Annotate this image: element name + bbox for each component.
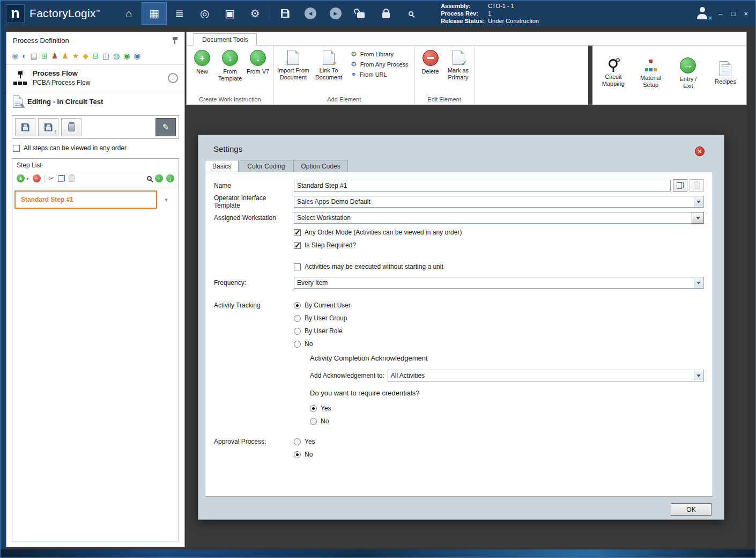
tab-color-coding[interactable]: Color Coding xyxy=(240,160,292,172)
chevron-down-icon[interactable] xyxy=(694,278,703,288)
copy-name-button[interactable] xyxy=(673,179,687,192)
activities-without-unit-checkbox[interactable] xyxy=(294,263,301,270)
user-icon[interactable]: ♟ xyxy=(62,52,69,60)
web-icon[interactable]: ◐ xyxy=(22,52,26,60)
from-library-button[interactable]: ⚙ From Library xyxy=(351,50,409,57)
radio-by-current-user[interactable]: By Current User xyxy=(294,302,351,309)
home-icon[interactable]: ⌂ xyxy=(116,2,142,25)
lock-icon[interactable] xyxy=(373,2,398,25)
frequency-select[interactable]: Every Item xyxy=(294,277,704,289)
step-expand-icon[interactable]: ▾ xyxy=(157,196,175,203)
titlebar: n FactoryLogix™ ⌂ ▦ ≣ ◎ ▣ ⚙ ◀ ▶ Assembly… xyxy=(1,1,755,26)
forward-icon[interactable]: ▶ xyxy=(323,2,348,25)
recipes-button[interactable]: Recipes xyxy=(711,60,739,85)
user-status-icon[interactable]: × xyxy=(696,7,709,20)
add-step-dropdown-icon[interactable]: ▾ xyxy=(26,176,29,181)
nav-back-icon[interactable]: ◉ xyxy=(12,52,18,60)
info-icon[interactable]: ◉ xyxy=(134,52,140,60)
circuit-mapping-button[interactable]: ⚙ Circuit Mapping xyxy=(599,57,627,87)
ack-select[interactable]: All Activities xyxy=(388,370,704,381)
save-step-button[interactable] xyxy=(15,118,35,136)
move-up-button[interactable]: ↑ xyxy=(155,174,163,182)
package-icon[interactable]: ◫ xyxy=(102,52,109,60)
unlock-icon[interactable] xyxy=(348,2,373,25)
link-to-document-button[interactable]: ⚭ Link To Document xyxy=(311,48,346,81)
from-template-button[interactable]: ↓ From Template xyxy=(216,48,244,82)
move-down-button[interactable]: ↓ xyxy=(166,174,174,182)
cut-icon[interactable]: ✂ xyxy=(49,174,55,182)
delete-button[interactable]: Delete xyxy=(417,48,444,75)
gear-icon[interactable]: ⚙ xyxy=(242,2,268,25)
radio-approval-no[interactable]: No xyxy=(294,451,315,458)
compass-icon[interactable]: ◎ xyxy=(192,2,217,25)
mark-as-primary-button[interactable]: ✓ Mark as Primary xyxy=(444,48,472,81)
back-icon[interactable]: ◀ xyxy=(298,2,323,25)
tab-option-codes[interactable]: Option Codes xyxy=(293,160,347,172)
import-from-document-button[interactable]: ⇩ Import From Document xyxy=(276,48,311,81)
radio-icon[interactable] xyxy=(294,302,301,309)
from-v7-button[interactable]: ↓ From V7 xyxy=(244,48,272,75)
radio-icon[interactable] xyxy=(294,438,301,445)
assigned-workstation-select[interactable]: Select Workstation xyxy=(294,212,704,224)
material-setup-button[interactable]: Material Setup xyxy=(637,57,665,89)
pin-icon[interactable] xyxy=(172,36,178,45)
radio-icon[interactable] xyxy=(294,451,301,458)
export-icon[interactable]: ⊟ xyxy=(92,52,99,60)
sync-icon[interactable]: ◍ xyxy=(113,52,120,60)
any-order-mode-label: Any Order Mode (Activities can be viewed… xyxy=(305,229,462,236)
close-button[interactable]: × xyxy=(744,10,748,18)
any-order-mode-checkbox[interactable] xyxy=(294,229,301,236)
documents-icon[interactable]: ▣ xyxy=(217,2,242,25)
from-url-button[interactable]: ⚭ From URL xyxy=(351,71,409,78)
audit-search-icon[interactable] xyxy=(398,2,424,25)
tab-basics[interactable]: Basics xyxy=(205,160,239,172)
chevron-down-icon[interactable] xyxy=(692,212,704,224)
radio-icon[interactable] xyxy=(294,315,301,322)
plugin-icon[interactable]: ⊞ xyxy=(41,52,48,60)
tab-document-tools[interactable]: Document Tools xyxy=(194,33,257,46)
group-label: Edit Element xyxy=(417,96,472,105)
new-button[interactable]: + New xyxy=(188,48,216,75)
add-step-button[interactable]: + xyxy=(17,174,25,182)
minimize-button[interactable]: – xyxy=(718,10,722,18)
step-item-standard-step-1[interactable]: Standard Step #1 xyxy=(14,190,157,209)
print-icon[interactable]: ▤ xyxy=(31,52,38,60)
import-step-button[interactable]: ↑ xyxy=(38,118,58,136)
edit-mode-button[interactable]: ✎ xyxy=(155,118,176,136)
chevron-down-icon[interactable] xyxy=(694,371,703,380)
remove-step-button[interactable]: − xyxy=(33,174,41,182)
radio-icon[interactable] xyxy=(310,418,317,425)
name-input[interactable] xyxy=(294,180,671,192)
radio-approval-yes[interactable]: Yes xyxy=(294,438,315,445)
save-icon[interactable] xyxy=(272,2,298,25)
database-button[interactable] xyxy=(61,118,81,136)
star-icon[interactable]: ★ xyxy=(72,52,79,60)
burst-icon[interactable]: ◆ xyxy=(83,52,88,60)
radio-credentials-no[interactable]: No xyxy=(214,417,704,425)
process-flow-row[interactable]: Process Flow PCBA Process Flow ↓ xyxy=(6,66,184,91)
from-any-process-button[interactable]: ⚙ From Any Process xyxy=(351,61,409,68)
radio-by-user-group[interactable]: By User Group xyxy=(294,314,351,322)
radio-icon[interactable] xyxy=(294,328,301,335)
maximize-button[interactable]: □ xyxy=(731,10,736,18)
copy-icon[interactable] xyxy=(58,175,65,182)
process-routing-icon[interactable]: ≣ xyxy=(167,2,192,25)
operator-interface-template-select[interactable]: Sales Apps Demo Default xyxy=(294,196,704,208)
play-icon[interactable]: ◉ xyxy=(123,52,130,60)
dialog-close-button[interactable]: × xyxy=(695,146,705,156)
radio-credentials-yes[interactable]: Yes xyxy=(214,405,704,412)
radio-tracking-no[interactable]: No xyxy=(294,340,351,348)
process-designer-icon[interactable]: ▦ xyxy=(142,2,167,25)
radio-icon[interactable] xyxy=(310,405,317,412)
ok-button[interactable]: OK xyxy=(671,503,711,516)
chevron-down-icon[interactable] xyxy=(694,197,703,207)
any-order-checkbox[interactable] xyxy=(13,145,20,152)
is-step-required-checkbox[interactable] xyxy=(294,242,301,249)
collapse-icon[interactable]: ↓ xyxy=(168,73,178,83)
radio-icon[interactable] xyxy=(294,341,301,348)
group-create-work-instruction: + New ↓ From Template ↓ From V7 xyxy=(187,46,274,105)
entry-exit-button[interactable]: → Entry / Exit xyxy=(674,56,702,90)
radio-by-user-role[interactable]: By User Role xyxy=(294,327,351,335)
zoom-icon[interactable] xyxy=(147,176,152,181)
users-icon[interactable]: ♟ xyxy=(51,52,58,60)
